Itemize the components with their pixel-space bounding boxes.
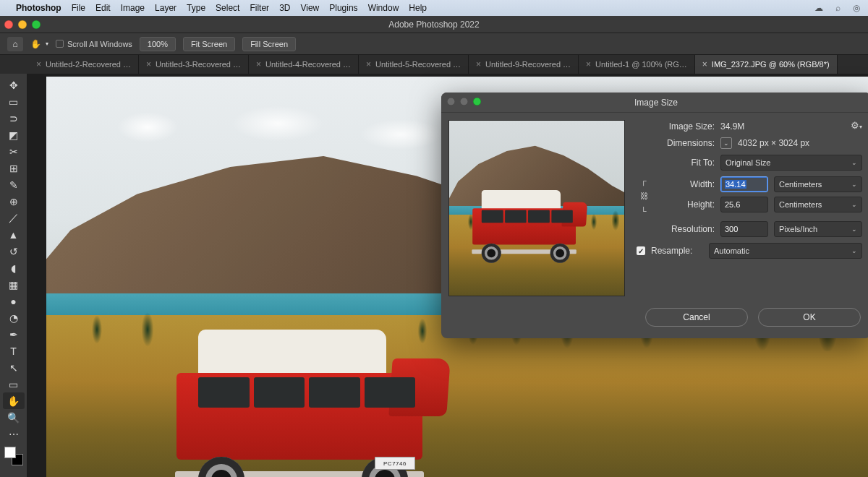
fit-to-select[interactable]: Original Size ⌄ — [720, 155, 862, 171]
resample-select[interactable]: Automatic⌄ — [709, 243, 862, 259]
blur-tool[interactable]: ● — [3, 293, 25, 309]
document-tab[interactable]: ×Untitled-9-Recovered … — [469, 55, 579, 74]
height-input[interactable]: 25.6 — [720, 197, 768, 212]
window-traffic-lights[interactable] — [4, 20, 41, 29]
dialog-zoom-icon[interactable] — [473, 98, 481, 106]
scroll-all-windows-checkbox[interactable]: Scroll All Windows — [56, 40, 132, 48]
menu-help[interactable]: Help — [409, 3, 427, 13]
width-input[interactable]: 34.14 — [720, 176, 768, 192]
search-icon[interactable]: ⌕ — [832, 2, 843, 14]
menu-3d[interactable]: 3D — [279, 3, 290, 13]
document-tab[interactable]: ×Untitled-2-Recovered … — [29, 55, 139, 74]
eraser-tool[interactable]: ◖ — [3, 259, 25, 276]
dodge-tool[interactable]: ◔ — [3, 309, 25, 326]
crop-tool[interactable]: ✂ — [3, 143, 25, 160]
resample-checkbox[interactable]: ✓ — [637, 246, 645, 255]
close-tab-icon[interactable]: × — [476, 59, 481, 69]
zoom-tool[interactable]: 🔍 — [3, 409, 25, 426]
cancel-button[interactable]: Cancel — [645, 308, 748, 327]
document-tab[interactable]: ×Untitled-4-Recovered … — [249, 55, 359, 74]
menu-layer[interactable]: Layer — [155, 3, 176, 13]
resolution-unit-select[interactable]: Pixels/Inch⌄ — [774, 221, 862, 237]
chevron-down-icon: ⌄ — [851, 181, 857, 188]
chevron-down-icon: ⌄ — [851, 201, 857, 208]
fit-screen-button[interactable]: Fit Screen — [183, 37, 235, 51]
close-tab-icon[interactable]: × — [702, 59, 707, 69]
brush-tool[interactable]: ／ — [3, 210, 25, 226]
width-unit-value: Centimeters — [779, 180, 822, 189]
document-tab[interactable]: ×Untitled-3-Recovered … — [139, 55, 249, 74]
workspace: ✥▭⊃◩✂⊞✎⊕／▲↺◖▦●◔✒T↖▭✋🔍⋯ PC7746 — [0, 74, 868, 477]
close-tab-icon[interactable]: × — [586, 59, 591, 69]
shape-tool[interactable]: ▭ — [3, 376, 25, 392]
fill-screen-button[interactable]: Fill Screen — [242, 37, 296, 51]
mac-menu-bar: Photoshop File Edit Image Layer Type Sel… — [0, 0, 868, 16]
menu-edit[interactable]: Edit — [95, 3, 111, 13]
zoom-window-icon[interactable] — [32, 20, 41, 29]
menu-window[interactable]: Window — [368, 3, 399, 13]
resolution-input[interactable]: 300 — [720, 221, 768, 237]
minimize-window-icon[interactable] — [18, 20, 27, 29]
path-select-tool[interactable]: ↖ — [3, 359, 25, 376]
width-unit-select[interactable]: Centimeters⌄ — [774, 176, 862, 192]
window-titlebar: Adobe Photoshop 2022 — [0, 16, 868, 33]
move-tool[interactable]: ✥ — [3, 77, 25, 93]
dialog-titlebar[interactable]: Image Size — [441, 93, 868, 113]
document-tab[interactable]: ×IMG_2372.JPG @ 60% (RGB/8*) — [695, 55, 838, 74]
object-select-tool[interactable]: ◩ — [3, 126, 25, 143]
clone-stamp-tool[interactable]: ▲ — [3, 226, 25, 243]
menu-select[interactable]: Select — [216, 3, 239, 13]
dimensions-unit-toggle[interactable]: ⌄ — [720, 137, 732, 149]
image-size-dialog: Image Size ⚙▾ Image Size: — [441, 93, 868, 338]
close-tab-icon[interactable]: × — [256, 59, 261, 69]
menu-plugins[interactable]: Plugins — [329, 3, 357, 13]
chevron-down-icon: ⌄ — [851, 247, 857, 254]
document-tab-label: Untitled-1 @ 100% (RG… — [595, 60, 687, 69]
menu-image[interactable]: Image — [121, 3, 145, 13]
menu-filter[interactable]: Filter — [250, 3, 269, 13]
healing-brush-tool[interactable]: ⊕ — [3, 193, 25, 210]
cc-home-icon[interactable]: ◎ — [851, 2, 862, 14]
ok-button[interactable]: OK — [758, 308, 861, 327]
height-unit-select[interactable]: Centimeters⌄ — [774, 197, 862, 212]
frame-tool[interactable]: ⊞ — [3, 160, 25, 176]
document-tab[interactable]: ×Untitled-5-Recovered … — [359, 55, 469, 74]
dimensions-value: 4032 px × 3024 px — [738, 138, 809, 148]
marquee-tool[interactable]: ▭ — [3, 93, 25, 110]
menu-file[interactable]: File — [72, 3, 85, 13]
gradient-tool[interactable]: ▦ — [3, 276, 25, 293]
resample-value: Automatic — [714, 246, 749, 255]
eyedropper-tool[interactable]: ✎ — [3, 176, 25, 193]
fit-to-value: Original Size — [726, 158, 770, 167]
width-label: Width: — [657, 179, 715, 189]
close-window-icon[interactable] — [4, 20, 13, 29]
menu-view[interactable]: View — [300, 3, 319, 13]
cloud-sync-icon[interactable]: ☁ — [813, 2, 825, 14]
resolution-label: Resolution: — [637, 224, 715, 234]
zoom-100-button[interactable]: 100% — [140, 37, 176, 51]
history-brush-tool[interactable]: ↺ — [3, 243, 25, 259]
color-swatches[interactable] — [4, 447, 23, 465]
hand-tool[interactable]: ✋ — [3, 392, 25, 409]
dialog-close-icon[interactable] — [447, 98, 455, 106]
close-tab-icon[interactable]: × — [366, 59, 371, 69]
menu-type[interactable]: Type — [187, 3, 205, 13]
chevron-down-icon: ▾ — [46, 40, 48, 47]
foreground-color-swatch[interactable] — [4, 447, 16, 458]
more-tools[interactable]: ⋯ — [3, 426, 25, 442]
chevron-down-icon: ⌄ — [851, 225, 857, 233]
document-tab-label: Untitled-3-Recovered … — [156, 60, 241, 69]
close-tab-icon[interactable]: × — [146, 59, 151, 69]
constrain-proportions-toggle[interactable]: ┌ ⛓ └ — [637, 176, 651, 215]
document-tab[interactable]: ×Untitled-1 @ 100% (RG… — [579, 55, 695, 74]
hand-icon: ✋ — [30, 39, 41, 49]
scroll-all-label: Scroll All Windows — [67, 40, 132, 48]
app-menu[interactable]: Photoshop — [16, 3, 61, 13]
gear-icon[interactable]: ⚙▾ — [851, 120, 862, 131]
current-tool-indicator[interactable]: ✋ ▾ — [30, 39, 48, 49]
pen-tool[interactable]: ✒ — [3, 326, 25, 343]
home-button[interactable]: ⌂ — [7, 37, 23, 51]
lasso-tool[interactable]: ⊃ — [3, 110, 25, 126]
close-tab-icon[interactable]: × — [36, 59, 41, 69]
type-tool[interactable]: T — [3, 343, 25, 359]
